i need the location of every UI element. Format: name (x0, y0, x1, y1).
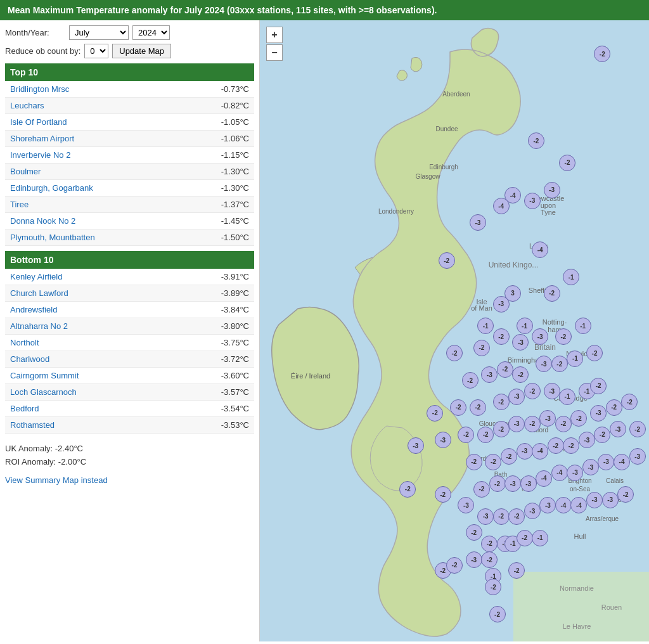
map-marker[interactable]: -3 (512, 334, 529, 351)
zoom-out-button[interactable]: − (266, 44, 283, 61)
map-marker[interactable]: -2 (524, 383, 541, 399)
map-marker[interactable]: -3 (539, 410, 556, 427)
station-link[interactable]: Plymouth, Mountbatten (10, 233, 95, 242)
map-marker[interactable]: -2 (548, 437, 564, 454)
view-summary-link[interactable]: View Summary Map instead (5, 475, 254, 485)
station-link[interactable]: Donna Nook No 2 (10, 216, 75, 226)
map-marker[interactable]: -4 (555, 497, 572, 513)
map-marker[interactable]: -2 (493, 421, 510, 437)
reduce-select[interactable]: 012345 (84, 44, 108, 58)
map-marker[interactable]: -2 (485, 454, 501, 470)
map-marker[interactable]: -3 (408, 437, 424, 454)
map-marker[interactable]: -3 (598, 454, 614, 470)
map-marker[interactable]: -4 (493, 198, 510, 214)
station-link[interactable]: Boulmer (10, 167, 41, 176)
map-marker[interactable]: -1 (532, 530, 548, 546)
station-link[interactable]: Isle Of Portland (10, 117, 67, 127)
map-marker[interactable]: -2 (563, 437, 579, 454)
map-marker[interactable]: -4 (532, 242, 548, 258)
station-link[interactable]: Tiree (10, 200, 29, 209)
map-marker[interactable]: -3 (544, 182, 560, 198)
map-marker[interactable]: -2 (489, 606, 506, 622)
zoom-in-button[interactable]: + (266, 27, 283, 43)
station-link[interactable]: Andrewsfield (10, 305, 57, 314)
station-link[interactable]: Church Lawford (10, 288, 68, 298)
station-link[interactable]: Northolt (10, 338, 39, 347)
map-marker[interactable]: -3 (470, 214, 486, 231)
map-marker[interactable]: -3 (508, 389, 525, 405)
map-marker[interactable]: -2 (493, 394, 510, 410)
map-marker[interactable]: -3 (508, 416, 525, 432)
map-marker[interactable]: -2 (477, 427, 494, 443)
station-link[interactable]: Bridlington Mrsc (10, 84, 69, 94)
map-marker[interactable]: -2 (524, 416, 541, 432)
map-marker[interactable]: -3 (532, 328, 548, 345)
map-marker[interactable]: -4 (536, 470, 552, 487)
map-marker[interactable]: -2 (473, 481, 490, 498)
map-marker[interactable]: -3 (629, 448, 646, 465)
map-marker[interactable]: -2 (555, 416, 572, 432)
map-marker[interactable]: -2 (629, 421, 646, 437)
map-marker[interactable]: -2 (594, 46, 610, 62)
station-link[interactable]: Edinburgh, Gogarbank (10, 183, 93, 193)
station-link[interactable]: Charlwood (10, 354, 49, 364)
map-marker[interactable]: -2 (450, 399, 466, 416)
map-marker[interactable]: -3 (536, 356, 552, 372)
map-marker[interactable]: -3 (477, 508, 494, 525)
map-marker[interactable]: -1 (559, 389, 575, 405)
map-marker[interactable]: -3 (520, 475, 537, 492)
map-marker[interactable]: -1 (563, 269, 579, 285)
map-marker[interactable]: -2 (590, 378, 607, 394)
map-marker[interactable]: -2 (481, 536, 498, 552)
map-marker[interactable]: -2 (544, 285, 560, 302)
map-marker[interactable]: -3 (481, 366, 498, 383)
station-link[interactable]: Altnaharra No 2 (10, 321, 68, 331)
map-marker[interactable]: -3 (544, 383, 560, 399)
map-marker[interactable]: -3 (579, 432, 595, 448)
map-marker[interactable]: -2 (528, 132, 544, 149)
map-marker[interactable]: -2 (481, 551, 498, 568)
map-marker[interactable]: -2 (497, 361, 513, 378)
map-marker[interactable]: -1 (517, 318, 533, 334)
map-marker[interactable]: -2 (508, 562, 525, 579)
map-marker[interactable]: -3 (504, 475, 521, 492)
map-marker[interactable]: -1 (575, 318, 591, 334)
map-marker[interactable]: -2 (462, 372, 479, 389)
map-marker[interactable]: -2 (493, 328, 510, 345)
map-marker[interactable]: -2 (621, 394, 638, 410)
station-link[interactable]: Leuchars (10, 101, 44, 110)
station-link[interactable]: Kenley Airfield (10, 272, 62, 281)
map-marker[interactable]: -2 (435, 486, 451, 503)
map-marker[interactable]: -2 (586, 345, 603, 361)
map-marker[interactable]: -2 (489, 475, 506, 492)
map-marker[interactable]: -2 (485, 579, 501, 595)
map-marker[interactable]: -2 (399, 481, 416, 498)
map-marker[interactable]: -3 (458, 497, 474, 513)
map-marker[interactable]: -2 (470, 399, 486, 416)
map-marker[interactable]: -3 (590, 405, 607, 422)
map-marker[interactable]: -2 (458, 427, 474, 443)
station-link[interactable]: Inverbervie No 2 (10, 150, 70, 160)
map-marker[interactable]: -2 (493, 508, 510, 525)
station-link[interactable]: Cairngorm Summit (10, 371, 79, 380)
map-marker[interactable]: -2 (555, 328, 572, 345)
map-marker[interactable]: -3 (466, 551, 482, 568)
station-link[interactable]: Bedford (10, 404, 39, 413)
map-marker[interactable]: -4 (570, 497, 587, 513)
map-marker[interactable]: -2 (508, 508, 525, 525)
year-select[interactable]: 20202021202220232024 (132, 25, 170, 40)
map-marker[interactable]: -2 (559, 155, 575, 171)
map-marker[interactable]: -2 (473, 340, 490, 356)
map-marker[interactable]: -2 (439, 252, 455, 269)
map-marker[interactable]: -3 (435, 432, 451, 448)
map-marker[interactable]: -2 (551, 356, 568, 372)
map-marker[interactable]: -2 (517, 530, 533, 546)
update-map-button[interactable]: Update Map (112, 44, 171, 58)
map-marker[interactable]: -3 (610, 421, 626, 437)
map-marker[interactable]: -1 (567, 351, 583, 367)
map-marker[interactable]: -2 (466, 454, 482, 470)
map-marker[interactable]: -1 (477, 318, 494, 334)
map-marker[interactable]: -4 (614, 454, 630, 470)
map-marker[interactable]: -3 (567, 465, 583, 481)
map-marker[interactable]: -2 (466, 524, 482, 541)
